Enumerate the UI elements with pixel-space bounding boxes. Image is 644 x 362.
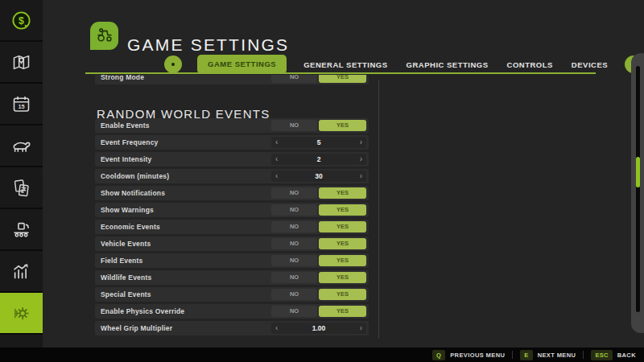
- sidebar-item-production[interactable]: [0, 209, 43, 249]
- page-title: GAME SETTINGS: [127, 35, 289, 55]
- setting-label: Wildlife Events: [101, 274, 151, 282]
- key-badge: Q: [432, 350, 445, 360]
- setting-label: Event Intensity: [101, 155, 151, 163]
- yes-no-toggle: NOYES: [271, 238, 366, 249]
- toggle-no-button[interactable]: NO: [271, 120, 317, 131]
- scrollbar-thumb[interactable]: [636, 157, 640, 187]
- shortcut-back[interactable]: ESCBACK: [591, 350, 636, 360]
- setting-row: Cooldown (minutes)‹30›: [95, 169, 369, 183]
- stepper-value: 30: [315, 172, 322, 180]
- stepper-increase-arrow-icon[interactable]: ›: [360, 323, 362, 334]
- scrollbar-track[interactable]: [636, 66, 640, 312]
- sidebar-item-more[interactable]: [0, 335, 43, 348]
- setting-row: Economic EventsNOYES: [95, 220, 369, 234]
- value-stepper: ‹1.00›: [271, 323, 366, 334]
- settings-gear-icon: [10, 302, 32, 324]
- tab-controls[interactable]: CONTROLS: [506, 60, 555, 69]
- toggle-yes-button[interactable]: YES: [319, 187, 366, 199]
- stepper-value: 5: [317, 138, 321, 146]
- setting-row: Enable EventsNOYES: [95, 118, 369, 133]
- toggle-no-button[interactable]: NO: [271, 289, 317, 300]
- toggle-no-button[interactable]: NO: [271, 238, 317, 249]
- sidebar-item-map[interactable]: [0, 42, 43, 82]
- value-stepper: ‹30›: [271, 171, 366, 182]
- yes-no-toggle: NOYES: [271, 204, 366, 216]
- shortcut-label: PREVIOUS MENU: [450, 352, 505, 359]
- setting-label: Field Events: [101, 257, 142, 265]
- stepper-decrease-arrow-icon[interactable]: ‹: [275, 137, 278, 148]
- production-icon: [10, 219, 32, 241]
- toggle-no-button[interactable]: NO: [271, 187, 317, 199]
- setting-label: Strong Mode: [101, 75, 144, 81]
- setting-row: Enable Physics OverrideNOYES: [95, 304, 369, 319]
- stepper-decrease-arrow-icon[interactable]: ‹: [275, 171, 278, 182]
- stepper-decrease-arrow-icon[interactable]: ‹: [275, 323, 278, 334]
- setting-label: Economic Events: [101, 223, 160, 231]
- stepper-decrease-arrow-icon[interactable]: ‹: [275, 154, 278, 165]
- calendar-icon: 15: [10, 93, 32, 115]
- footer-divider: [583, 351, 584, 359]
- yes-no-toggle: NOYES: [271, 120, 366, 131]
- setting-label: Show Notifications: [101, 189, 165, 197]
- toggle-no-button[interactable]: NO: [271, 306, 317, 317]
- setting-row: Strong ModeNOYES: [95, 75, 369, 84]
- sidebar-item-contracts[interactable]: [0, 167, 43, 208]
- statistics-icon: [10, 261, 32, 282]
- svg-text:15: 15: [18, 103, 24, 110]
- toggle-no-button[interactable]: NO: [271, 75, 317, 83]
- tab-graphic-settings[interactable]: GRAPHIC SETTINGS: [405, 60, 490, 69]
- setting-label: Event Frequency: [101, 138, 159, 146]
- stepper-value: 1.00: [312, 324, 326, 332]
- tab-game-settings[interactable]: GAME SETTINGS: [197, 55, 287, 74]
- game-settings-screen: { "header": { "title": "GAME SETTINGS", …: [0, 0, 644, 362]
- toggle-yes-button[interactable]: YES: [319, 204, 366, 216]
- stepper-increase-arrow-icon[interactable]: ›: [360, 154, 362, 165]
- toggle-no-button[interactable]: NO: [271, 272, 317, 283]
- value-stepper: ‹5›: [271, 137, 366, 148]
- toggle-yes-button[interactable]: YES: [319, 272, 366, 283]
- sidebar-item-statistics[interactable]: [0, 251, 43, 291]
- setting-row: Special EventsNOYES: [95, 287, 369, 302]
- setting-label: Wheel Grip Multiplier: [101, 324, 172, 332]
- stepper-increase-arrow-icon[interactable]: ›: [360, 171, 362, 182]
- shortcut-next-menu[interactable]: ENEXT MENU: [520, 350, 576, 360]
- toggle-no-button[interactable]: NO: [271, 221, 317, 232]
- sidebar-item-settings[interactable]: [0, 293, 43, 333]
- toggle-yes-button[interactable]: YES: [319, 221, 366, 232]
- shortcut-previous-menu[interactable]: QPREVIOUS MENU: [432, 350, 505, 360]
- toggle-no-button[interactable]: NO: [271, 204, 317, 216]
- sidebar-item-calendar[interactable]: 15: [0, 84, 43, 124]
- toggle-yes-button[interactable]: YES: [319, 306, 366, 317]
- contracts-icon: [10, 177, 32, 199]
- value-stepper: ‹2›: [271, 154, 366, 165]
- setting-label: Enable Physics Override: [101, 307, 184, 315]
- sidebar-item-animals[interactable]: [0, 125, 43, 166]
- setting-label: Show Warnings: [101, 206, 154, 214]
- tractor-gear-icon: [94, 24, 115, 48]
- key-badge: ESC: [591, 350, 612, 360]
- yes-no-toggle: NOYES: [271, 187, 366, 199]
- toggle-yes-button[interactable]: YES: [319, 120, 366, 131]
- circle-arrow-left-icon[interactable]: [164, 56, 182, 73]
- tab-general-settings[interactable]: GENERAL SETTINGS: [302, 60, 389, 69]
- tab-devices[interactable]: DEVICES: [570, 60, 609, 69]
- stepper-increase-arrow-icon[interactable]: ›: [360, 137, 362, 148]
- toggle-yes-button[interactable]: YES: [319, 238, 366, 249]
- animals-icon: [10, 135, 32, 157]
- toggle-yes-button[interactable]: YES: [319, 289, 366, 300]
- key-badge: E: [520, 350, 532, 360]
- settings-tab-bar: GAME SETTINGSGENERAL SETTINGSGRAPHIC SET…: [164, 55, 642, 74]
- content-scroll-track: [378, 80, 379, 339]
- game-settings-header-icon: [90, 22, 118, 50]
- money-icon: $: [10, 10, 32, 31]
- yes-no-toggle: NOYES: [271, 289, 366, 300]
- sidebar: $15: [0, 0, 43, 348]
- footer-shortcut-bar: QPREVIOUS MENUENEXT MENUESCBACK: [0, 348, 644, 362]
- yes-no-toggle: NOYES: [271, 221, 366, 232]
- shortcut-label: NEXT MENU: [538, 352, 576, 359]
- toggle-yes-button[interactable]: YES: [319, 75, 366, 83]
- setting-row: Vehicle EventsNOYES: [95, 237, 369, 251]
- toggle-no-button[interactable]: NO: [271, 255, 317, 266]
- toggle-yes-button[interactable]: YES: [319, 255, 366, 266]
- sidebar-item-finances[interactable]: $: [0, 0, 43, 40]
